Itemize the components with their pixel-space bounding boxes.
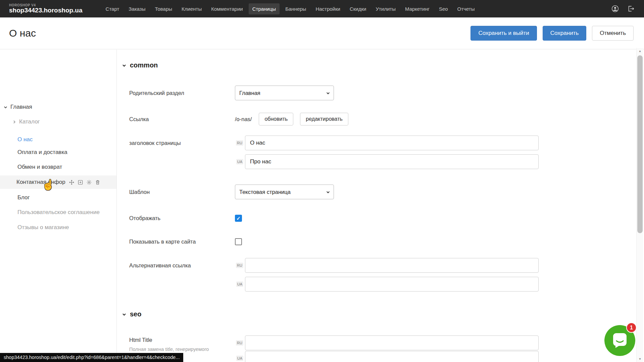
cancel-button[interactable]: Отменить [592,26,634,41]
tree-item-label: Главная [10,104,32,110]
nav-clients[interactable]: Клиенты [178,3,205,14]
page-heading-ru-input[interactable] [245,136,539,150]
mouse-cursor-icon: ☝ [42,179,54,191]
brand-logo[interactable]: HOROSHOP V4 shop34423.horoshop.ua [9,4,83,14]
tree-item-about-us[interactable]: О нас [17,132,116,147]
page-heading-ua-input[interactable] [245,154,539,169]
nav-comments[interactable]: Комментарии [207,3,246,14]
chevron-down-icon [122,312,127,317]
account-icon[interactable] [611,5,619,13]
chat-unread-badge: 1 [626,322,637,333]
lang-badge-ua: UA [235,159,245,164]
template-select-wrap: Текстовая страница [235,185,334,199]
html-title-label: Html Title [129,337,235,343]
tree-item-payment-delivery[interactable]: Оплата и доставка [17,147,67,157]
tree-item-label: Оплата и доставка [17,149,67,156]
sitemap-checkbox[interactable] [235,238,242,245]
chevron-down-icon [122,63,127,68]
chat-bubble-icon [612,332,628,349]
tree-item-catalog[interactable]: Каталог [12,117,40,127]
lang-badge-ru: RU [235,340,245,346]
tree-item-label: Блог [17,194,30,201]
nav-settings[interactable]: Настройки [312,3,344,14]
scroll-down-arrow[interactable]: ▼ [637,356,643,362]
save-button[interactable]: Сохранить [543,26,586,41]
page-heading-label: заголовок страницы [129,140,235,146]
tree-item-label: Отзывы о магазине [17,224,69,231]
display-label: Отображать [129,215,235,221]
display-checkbox[interactable]: ✓ [235,215,242,222]
lang-badge-ua: UA [235,356,245,361]
lang-badge-ru: RU [235,140,245,146]
tree-item-label: Пользовательское соглашение [17,209,100,216]
alt-link-ru-input[interactable] [245,258,539,273]
page-title: О нас [9,28,36,39]
page-edit-form: common Родительский раздел Главная Ссылк… [117,50,636,362]
nav-pages[interactable]: Страницы [249,3,280,14]
link-value: /o-nas/ [235,116,252,122]
html-title-ru-input[interactable] [245,335,539,350]
parent-section-select[interactable]: Главная [235,86,334,100]
nav-marketing[interactable]: Маркетинг [401,3,433,14]
vertical-scrollbar[interactable]: ▲ ▼ [636,48,643,362]
link-refresh-button[interactable]: обновить [259,113,293,125]
nav-utilities[interactable]: Утилиты [372,3,399,14]
tree-item-contact-info[interactable]: Контактная инфор [0,175,116,189]
nav-seo[interactable]: Seo [435,3,452,14]
chevron-down-icon[interactable] [3,105,8,109]
parent-section-select-wrap: Главная [235,86,334,100]
section-seo[interactable]: seo [122,310,141,318]
lang-badge-ua: UA [235,281,245,287]
link-label: Ссылка [129,116,235,122]
section-common[interactable]: common [122,61,158,69]
pages-tree-sidebar: Главная Каталог О нас Оплата и доставка … [0,50,116,362]
top-navigation-bar: HOROSHOP V4 shop34423.horoshop.ua Старт … [0,0,644,17]
alt-link-ua-input[interactable] [245,277,539,292]
section-title: common [130,61,158,69]
nav-orders[interactable]: Заказы [125,3,149,14]
tree-item-label: Каталог [19,118,40,125]
delete-trash-icon[interactable] [95,179,100,185]
template-label: Шаблон [129,189,235,195]
tree-item-store-reviews[interactable]: Отзывы о магазине [17,222,69,232]
chevron-right-icon[interactable] [12,120,16,124]
brand-domain-label: shop34423.horoshop.ua [9,7,83,14]
lang-badge-ru: RU [235,263,245,268]
tree-item-label: О нас [17,136,33,143]
sitemap-label: Показывать в карте сайта [129,239,235,245]
nav-discounts[interactable]: Скидки [346,3,370,14]
page-editor-window: HOROSHOP V4 shop34423.horoshop.ua Старт … [0,0,644,362]
scroll-up-arrow[interactable]: ▲ [637,48,643,54]
settings-gear-icon[interactable] [86,179,92,185]
tree-item-exchange-return[interactable]: Обмен и возврат [17,162,62,172]
template-select[interactable]: Текстовая страница [235,185,334,199]
move-icon[interactable] [69,179,75,185]
add-page-icon[interactable] [78,179,83,185]
alt-link-label: Альтернативная ссылка [129,262,235,269]
tree-item-home[interactable]: Главная [3,102,32,112]
link-edit-button[interactable]: редактировать [300,113,348,125]
html-title-ua-input[interactable] [245,351,539,362]
page-header: О нас Сохранить и выйти Сохранить Отмени… [0,17,644,49]
section-title: seo [130,310,141,318]
tree-item-user-agreement[interactable]: Пользовательское соглашение [17,207,100,217]
tree-item-label: Обмен и возврат [17,164,62,170]
nav-products[interactable]: Товары [151,3,176,14]
nav-start[interactable]: Старт [102,3,123,14]
nav-banners[interactable]: Баннеры [282,3,310,14]
parent-section-label: Родительский раздел [129,90,235,96]
link-preview-statusbar: shop34423.horoshop.ua/edit/edit.php?id=6… [0,353,183,362]
nav-reports[interactable]: Отчеты [454,3,479,14]
save-and-exit-button[interactable]: Сохранить и выйти [470,26,537,41]
logout-icon[interactable] [627,5,635,12]
tree-item-label: Контактная инфор [16,179,65,186]
main-menu: Старт Заказы Товары Клиенты Комментарии … [102,3,479,14]
scrollbar-thumb[interactable] [637,55,643,233]
tree-item-blog[interactable]: Блог [17,193,30,203]
